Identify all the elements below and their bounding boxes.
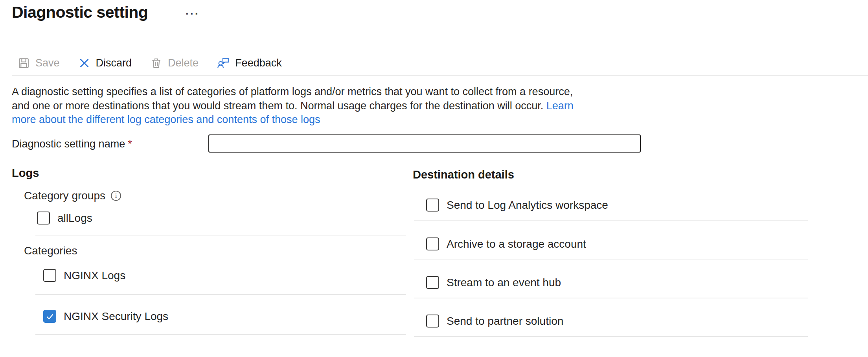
archive-to-storage-label[interactable]: Archive to a storage account (447, 238, 586, 250)
diagnostic-setting-name-input[interactable] (208, 134, 641, 153)
send-to-log-analytics-row: Send to Log Analytics workspace (426, 199, 608, 212)
stream-to-event-hub-row: Stream to an event hub (426, 276, 561, 289)
send-to-log-analytics-label[interactable]: Send to Log Analytics workspace (447, 199, 608, 212)
divider (414, 336, 808, 337)
alllogs-checkbox[interactable] (37, 212, 50, 225)
diagnostic-setting-blade: Diagnostic setting ··· Save Discard (0, 0, 868, 357)
discard-button[interactable]: Discard (78, 57, 132, 70)
send-to-partner-solution-row: Send to partner solution (426, 315, 563, 328)
nginx-logs-label[interactable]: NGINX Logs (64, 269, 125, 282)
blade-description: A diagnostic setting specifies a list of… (12, 85, 580, 127)
trash-icon (150, 57, 163, 70)
send-to-partner-solution-label[interactable]: Send to partner solution (447, 315, 563, 328)
alllogs-row: allLogs (37, 212, 92, 225)
category-groups-label: Category groups (24, 190, 121, 202)
alllogs-label[interactable]: allLogs (57, 212, 92, 225)
divider (35, 334, 406, 335)
divider (414, 298, 808, 298)
delete-button[interactable]: Delete (150, 57, 199, 70)
info-icon[interactable] (111, 191, 121, 201)
categories-label: Categories (24, 245, 77, 257)
toolbar-divider (12, 75, 868, 76)
send-to-log-analytics-checkbox[interactable] (426, 199, 439, 212)
nginx-security-logs-row: NGINX Security Logs (43, 310, 168, 323)
feedback-icon (217, 56, 230, 70)
nginx-logs-checkbox[interactable] (43, 269, 56, 282)
setting-name-label: Diagnostic setting name* (12, 138, 132, 150)
divider (414, 259, 808, 259)
destination-details-heading: Destination details (413, 168, 514, 181)
page-title: Diagnostic setting (12, 3, 148, 22)
logs-section-heading: Logs (12, 167, 39, 180)
command-bar: Save Discard Delete (17, 53, 282, 73)
discard-label: Discard (96, 57, 132, 69)
divider (35, 236, 406, 236)
nginx-security-logs-label[interactable]: NGINX Security Logs (64, 310, 168, 323)
required-asterisk: * (128, 138, 132, 150)
archive-to-storage-checkbox[interactable] (426, 237, 439, 250)
feedback-button[interactable]: Feedback (217, 56, 282, 70)
categories-label-text: Categories (24, 245, 77, 257)
category-groups-label-text: Category groups (24, 190, 105, 202)
save-button[interactable]: Save (17, 57, 60, 70)
feedback-label: Feedback (235, 57, 282, 69)
delete-label: Delete (168, 57, 199, 69)
save-icon (17, 57, 30, 70)
save-label: Save (35, 57, 60, 69)
nginx-logs-row: NGINX Logs (43, 269, 125, 282)
setting-name-label-text: Diagnostic setting name (12, 138, 125, 150)
more-options-button[interactable]: ··· (183, 6, 202, 22)
archive-to-storage-row: Archive to a storage account (426, 237, 586, 250)
stream-to-event-hub-checkbox[interactable] (426, 276, 439, 289)
check-icon (45, 312, 55, 321)
stream-to-event-hub-label[interactable]: Stream to an event hub (447, 276, 561, 289)
divider (414, 220, 808, 221)
description-text: A diagnostic setting specifies a list of… (12, 86, 573, 112)
discard-x-icon (78, 57, 91, 70)
divider (35, 294, 406, 295)
nginx-security-logs-checkbox[interactable] (43, 310, 56, 323)
send-to-partner-solution-checkbox[interactable] (426, 315, 439, 328)
